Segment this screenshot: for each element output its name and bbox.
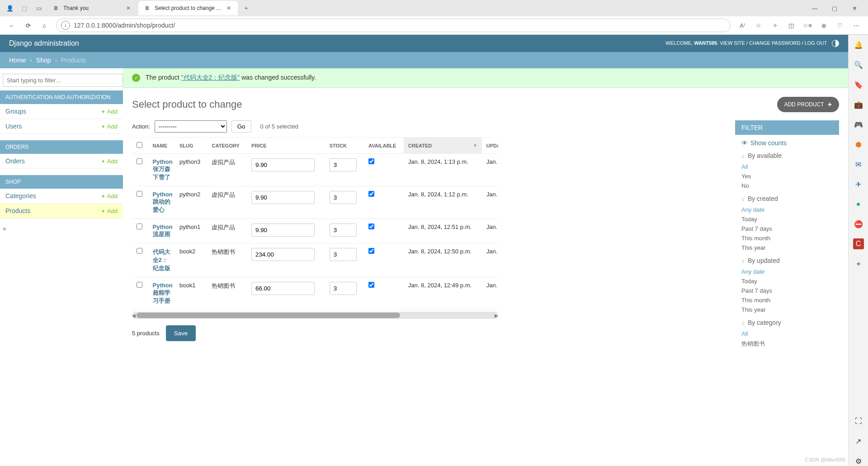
column-header[interactable] bbox=[132, 138, 148, 154]
add-sidebar-icon[interactable]: ＋ bbox=[853, 258, 864, 269]
share-icon[interactable]: ↗ bbox=[853, 436, 864, 447]
price-input[interactable] bbox=[251, 223, 315, 237]
home-button[interactable]: ⌂ bbox=[36, 17, 52, 33]
search-icon[interactable]: 🔍 bbox=[853, 59, 864, 70]
filter-group-title[interactable]: ↓ By available bbox=[741, 152, 833, 159]
logout-link[interactable]: LOG OUT bbox=[805, 40, 827, 46]
favorite-icon[interactable]: ☆ bbox=[750, 17, 767, 33]
row-checkbox[interactable] bbox=[137, 191, 142, 197]
column-header[interactable]: STOCK bbox=[325, 138, 364, 154]
available-checkbox[interactable] bbox=[368, 223, 374, 229]
browser-essentials-icon[interactable]: ♡ bbox=[832, 17, 848, 33]
sidebar-collapse-button[interactable]: « bbox=[0, 225, 9, 232]
show-counts-link[interactable]: 👁 Show counts bbox=[741, 139, 833, 147]
refresh-button[interactable]: ⟳ bbox=[20, 17, 36, 33]
theme-toggle-icon[interactable] bbox=[832, 40, 839, 47]
product-link[interactable]: 代码大全2：纪念版 bbox=[153, 248, 170, 271]
price-input[interactable] bbox=[251, 248, 315, 261]
site-info-icon[interactable]: i bbox=[61, 21, 70, 30]
office-icon[interactable]: ⬢ bbox=[853, 139, 864, 150]
settings-icon[interactable]: ⚙ bbox=[853, 456, 864, 466]
send-icon[interactable]: ✈ bbox=[853, 179, 864, 190]
model-link[interactable]: Groups bbox=[5, 108, 26, 115]
add-link[interactable]: + Add bbox=[101, 123, 118, 130]
msg-object-link[interactable]: "代码大全2：纪念版" bbox=[181, 74, 240, 81]
stock-input[interactable] bbox=[330, 248, 357, 261]
read-aloud-icon[interactable]: A⁾ bbox=[734, 17, 750, 33]
spotify-icon[interactable]: ● bbox=[853, 199, 864, 209]
filter-option[interactable]: This month bbox=[741, 235, 770, 242]
available-checkbox[interactable] bbox=[368, 282, 374, 288]
add-link[interactable]: + Add bbox=[101, 193, 118, 200]
price-input[interactable] bbox=[251, 158, 315, 171]
filter-option[interactable]: 热销图书 bbox=[741, 340, 765, 347]
add-link[interactable]: + Add bbox=[101, 208, 118, 214]
available-checkbox[interactable] bbox=[368, 191, 374, 197]
filter-option[interactable]: Today bbox=[741, 216, 757, 223]
tab-thank-you[interactable]: 🗎 Thank you ✕ bbox=[47, 1, 137, 15]
price-input[interactable] bbox=[251, 191, 315, 204]
column-header[interactable]: AVAILABLE bbox=[364, 138, 404, 154]
select-all-checkbox[interactable] bbox=[137, 142, 142, 148]
column-header[interactable]: UPDATED bbox=[482, 138, 498, 154]
go-button[interactable]: Go bbox=[231, 120, 251, 133]
scrollbar-thumb[interactable] bbox=[137, 313, 400, 318]
filter-option[interactable]: Any date bbox=[741, 206, 764, 213]
action-select[interactable]: --------- bbox=[155, 120, 227, 133]
tools-icon[interactable]: 💼 bbox=[853, 99, 864, 110]
more-icon[interactable]: ⋯ bbox=[848, 17, 864, 33]
model-link[interactable]: Categories bbox=[5, 192, 36, 200]
tab-django-admin[interactable]: 🗎 Select product to change | Djang ✕ bbox=[138, 1, 238, 15]
app-c-icon[interactable]: C bbox=[853, 238, 864, 249]
column-header[interactable]: PRICE bbox=[247, 138, 325, 154]
notifications-icon[interactable]: 🔔 bbox=[853, 39, 864, 50]
stock-input[interactable] bbox=[330, 191, 357, 204]
change-password-link[interactable]: CHANGE PASSWORD bbox=[749, 40, 800, 46]
filter-option[interactable]: No bbox=[741, 182, 749, 189]
stock-input[interactable] bbox=[330, 282, 357, 295]
view-site-link[interactable]: VIEW SITE bbox=[720, 40, 745, 46]
row-checkbox[interactable] bbox=[137, 282, 142, 288]
filter-option[interactable]: Yes bbox=[741, 173, 751, 180]
filter-group-title[interactable]: ↓ By created bbox=[741, 195, 833, 202]
screenshot-icon[interactable]: ⛶ bbox=[853, 416, 864, 427]
price-input[interactable] bbox=[251, 282, 315, 295]
app-caption[interactable]: ORDERS bbox=[0, 140, 123, 154]
profile-icon[interactable]: 👤 bbox=[4, 2, 16, 14]
column-header[interactable]: NAME bbox=[148, 138, 175, 154]
add-link[interactable]: + Add bbox=[101, 158, 118, 165]
url-input[interactable]: i 127.0.0.1:8000/admin/shop/product/ bbox=[56, 19, 731, 32]
row-checkbox[interactable] bbox=[137, 248, 142, 254]
breadcrumb-shop[interactable]: Shop bbox=[36, 57, 51, 64]
filter-option[interactable]: This month bbox=[741, 297, 770, 304]
stock-input[interactable] bbox=[330, 158, 357, 171]
add-product-button[interactable]: ADD PRODUCT + bbox=[777, 97, 839, 112]
outlook-icon[interactable]: ✉ bbox=[853, 159, 864, 170]
column-header[interactable]: SLUG bbox=[175, 138, 208, 154]
model-link[interactable]: Orders bbox=[5, 157, 25, 165]
filter-option[interactable]: Past 7 days bbox=[741, 287, 772, 294]
product-link[interactable]: Python流星雨 bbox=[153, 223, 173, 238]
filter-option[interactable]: All bbox=[741, 163, 748, 170]
available-checkbox[interactable] bbox=[368, 248, 374, 254]
app-caption[interactable]: SHOP bbox=[0, 175, 123, 189]
new-tab-button[interactable]: ＋ bbox=[239, 4, 253, 12]
tab-actions-icon[interactable]: ▭ bbox=[33, 2, 45, 14]
column-header[interactable]: CATEGORY bbox=[207, 138, 247, 154]
model-link[interactable]: Users bbox=[5, 123, 22, 130]
split-screen-icon[interactable]: ◫ bbox=[783, 17, 799, 33]
filter-group-title[interactable]: ↓ By category bbox=[741, 319, 833, 326]
product-link[interactable]: Python超能学习手册 bbox=[153, 282, 173, 304]
minimize-icon[interactable]: ― bbox=[805, 1, 825, 15]
back-button[interactable]: ← bbox=[4, 17, 20, 33]
filter-option[interactable]: This year bbox=[741, 306, 765, 313]
close-icon[interactable]: ✕ bbox=[225, 5, 232, 12]
scroll-right-icon[interactable]: ▶ bbox=[493, 312, 498, 319]
games-icon[interactable]: 🎮 bbox=[853, 119, 864, 130]
maximize-icon[interactable]: ▢ bbox=[825, 1, 844, 15]
product-link[interactable]: Python跳动的爱心 bbox=[153, 191, 173, 213]
block-icon[interactable]: ⛔ bbox=[853, 219, 864, 229]
close-window-icon[interactable]: ✕ bbox=[844, 1, 864, 15]
column-header[interactable]: CREATED▼ bbox=[404, 138, 482, 154]
row-checkbox[interactable] bbox=[137, 158, 142, 164]
